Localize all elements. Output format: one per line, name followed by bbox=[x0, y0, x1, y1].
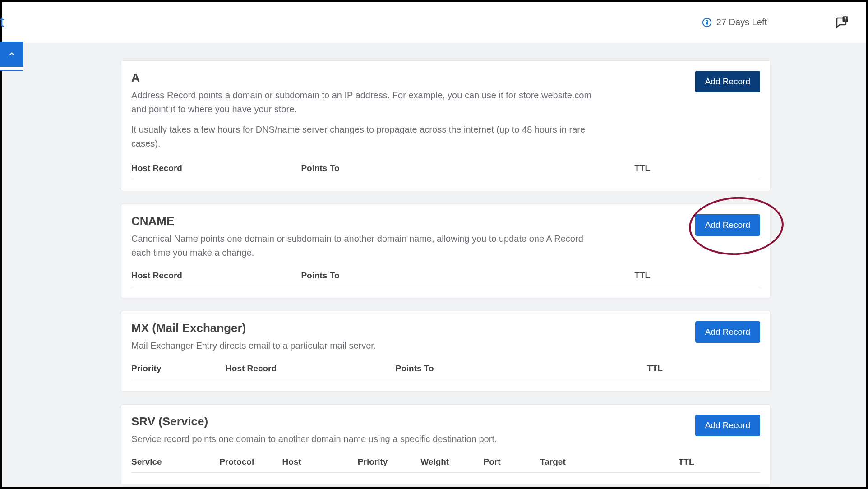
srv-table: Service Protocol Host Priority Weight Po… bbox=[131, 452, 760, 479]
section-a-desc2: It usually takes a few hours for DNS/nam… bbox=[131, 123, 609, 151]
col-points: Points To bbox=[301, 266, 634, 286]
col-ttl: TTL bbox=[634, 159, 760, 179]
col-target: Target bbox=[540, 452, 679, 473]
left-nav-active[interactable] bbox=[0, 42, 23, 67]
section-a-desc: Address Record points a domain or subdom… bbox=[131, 88, 596, 116]
section-cname: CNAME Canonical Name points one domain o… bbox=[121, 204, 771, 299]
main-content: A Address Record points a domain or subd… bbox=[25, 43, 866, 484]
col-priority: Priority bbox=[358, 452, 420, 473]
cname-table: Host Record Points To TTL bbox=[131, 266, 760, 293]
trial-days[interactable]: 27 Days Left bbox=[702, 17, 767, 28]
add-record-a-button[interactable]: Add Record bbox=[695, 71, 760, 92]
lock-icon bbox=[702, 18, 712, 28]
col-port: Port bbox=[484, 452, 540, 473]
section-srv-desc: Service record points one domain to anot… bbox=[131, 432, 497, 446]
col-ttl: TTL bbox=[634, 266, 760, 286]
col-priority: Priority bbox=[131, 359, 226, 379]
col-protocol: Protocol bbox=[219, 452, 282, 473]
chat-icon[interactable]: ? bbox=[835, 16, 848, 29]
top-header: t 27 Days Left ? bbox=[2, 2, 866, 43]
left-nav bbox=[0, 42, 23, 71]
col-ttl: TTL bbox=[647, 359, 760, 379]
section-srv: SRV (Service) Service record points one … bbox=[121, 404, 771, 485]
section-cname-title: CNAME bbox=[131, 214, 596, 228]
mx-table: Priority Host Record Points To TTL bbox=[131, 359, 760, 386]
section-mx-desc: Mail Exchanger Entry directs email to a … bbox=[131, 339, 376, 353]
section-a: A Address Record points a domain or subd… bbox=[121, 60, 771, 191]
a-table: Host Record Points To TTL bbox=[131, 159, 760, 185]
col-ttl: TTL bbox=[679, 452, 760, 473]
col-points: Points To bbox=[301, 159, 634, 179]
add-record-mx-button[interactable]: Add Record bbox=[695, 321, 760, 343]
add-record-srv-button[interactable]: Add Record bbox=[695, 415, 760, 436]
col-weight: Weight bbox=[420, 452, 483, 473]
add-record-cname-button[interactable]: Add Record bbox=[695, 214, 760, 236]
col-host: Host Record bbox=[226, 359, 395, 379]
svg-text:?: ? bbox=[844, 17, 847, 22]
left-nav-item[interactable] bbox=[0, 67, 23, 71]
svg-rect-1 bbox=[706, 22, 708, 25]
col-points: Points To bbox=[395, 359, 647, 379]
col-host: Host Record bbox=[131, 159, 301, 179]
col-service: Service bbox=[131, 452, 219, 473]
trial-days-label: 27 Days Left bbox=[716, 17, 767, 28]
col-host: Host Record bbox=[131, 266, 301, 286]
col-host: Host bbox=[282, 452, 358, 473]
brand-partial: t bbox=[0, 14, 4, 30]
section-mx-title: MX (Mail Exchanger) bbox=[131, 321, 376, 335]
section-cname-desc: Canonical Name points one domain or subd… bbox=[131, 232, 596, 260]
section-a-title: A bbox=[131, 71, 609, 85]
section-mx: MX (Mail Exchanger) Mail Exchanger Entry… bbox=[121, 311, 771, 392]
section-srv-title: SRV (Service) bbox=[131, 415, 497, 429]
